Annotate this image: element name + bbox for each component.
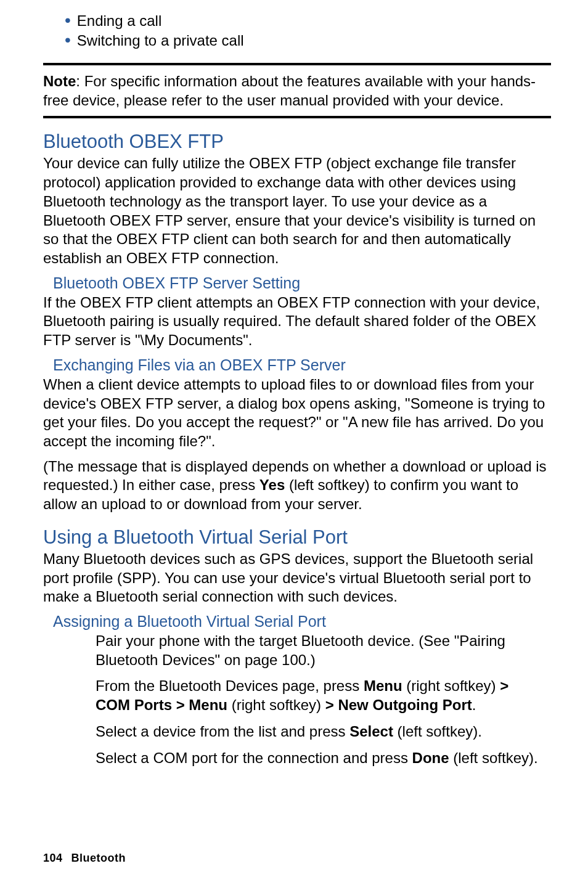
body-paragraph: When a client device attempts to upload … [43,375,551,451]
text-fragment: (left softkey). [393,723,482,740]
step-item: Select a COM port for the connection and… [96,749,539,768]
bold-gt: > [325,696,338,713]
bold-select: Select [349,723,393,740]
bullet-dot-icon: • [65,32,71,47]
bold-new-outgoing: New Outgoing Port [338,696,472,713]
bold-yes: Yes [259,476,285,493]
bold-com-ports: COM Ports > Menu [96,696,227,713]
text-fragment: Select a COM port for the connection and… [96,749,412,766]
step-item: Pair your phone with the target Bluetoot… [96,632,539,669]
text-fragment: (right softkey) [402,677,500,694]
divider [43,116,551,118]
bold-gt: > [500,677,508,694]
text-fragment: From the Bluetooth Devices page, press [96,677,364,694]
text-fragment: (right softkey) [227,696,325,713]
note-text: : For specific information about the fea… [43,73,536,108]
bullet-item: • Switching to a private call [65,32,551,49]
text-fragment: Select a device from the list and press [96,723,349,740]
bullet-list: • Ending a call • Switching to a private… [65,12,551,49]
page-number: 104 [43,852,63,864]
chapter-name: Bluetooth [71,852,126,864]
bullet-item: • Ending a call [65,12,551,30]
note-block: Note: For specific information about the… [43,71,551,110]
page-footer: 104Bluetooth [43,852,126,865]
subheading-exchanging-files: Exchanging Files via an OBEX FTP Server [53,356,551,374]
section-heading-obex: Bluetooth OBEX FTP [43,131,551,153]
subheading-server-setting: Bluetooth OBEX FTP Server Setting [53,274,551,292]
bullet-dot-icon: • [65,12,71,28]
step-list: Pair your phone with the target Bluetoot… [96,632,539,767]
note-label: Note [43,73,76,89]
subheading-assigning-port: Assigning a Bluetooth Virtual Serial Por… [53,613,551,631]
body-paragraph: Many Bluetooth devices such as GPS devic… [43,550,551,606]
bullet-text: Ending a call [77,12,161,30]
section-heading-virtual-serial: Using a Bluetooth Virtual Serial Port [43,526,551,549]
divider [43,63,551,65]
bold-menu: Menu [364,677,402,694]
body-paragraph: Your device can fully utilize the OBEX F… [43,154,551,267]
text-fragment: . [472,696,476,713]
bold-done: Done [412,749,449,766]
step-item: Select a device from the list and press … [96,722,539,741]
step-item: From the Bluetooth Devices page, press M… [96,677,539,714]
bullet-text: Switching to a private call [77,32,244,49]
text-fragment: (left softkey). [449,749,538,766]
body-paragraph: (The message that is displayed depends o… [43,457,551,514]
body-paragraph: If the OBEX FTP client attempts an OBEX … [43,293,551,350]
